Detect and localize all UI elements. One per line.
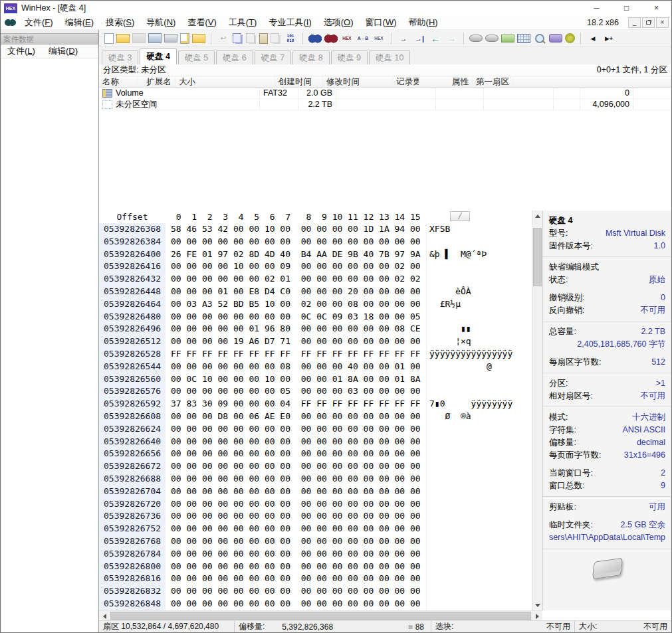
- prev-window-icon[interactable]: ◀: [586, 33, 600, 44]
- back-icon[interactable]: ←: [429, 33, 442, 44]
- hex-bytes[interactable]: 00 00 00 00 00 00 00 00 00 00 00 00 00 0…: [166, 535, 426, 548]
- hex-bytes[interactable]: 00 00 00 00 00 00 00 00 00 00 00 00 00 0…: [166, 236, 426, 248]
- clipboard-paste-icon[interactable]: [259, 33, 268, 44]
- hex-bytes[interactable]: 00 00 00 00 00 00 00 05 00 00 00 03 00 0…: [166, 385, 426, 398]
- partition-row[interactable]: Volume FAT32 2.0 GB 0: [99, 88, 671, 99]
- hex-ascii[interactable]: [426, 260, 512, 273]
- scroll-up-arrow[interactable]: [532, 211, 543, 221]
- hex-bytes[interactable]: 00 00 00 00 00 00 00 00 00 00 00 00 00 0…: [166, 436, 426, 448]
- hex-bytes[interactable]: 00 00 00 00 00 00 00 00 00 00 00 00 00 0…: [166, 448, 426, 460]
- menu-item[interactable]: 导航(N): [140, 15, 181, 30]
- case-menu-item[interactable]: 编辑(D): [42, 44, 84, 58]
- hex-ascii[interactable]: £R½µ: [426, 298, 512, 311]
- menu-item[interactable]: 专业工具(I): [263, 15, 317, 30]
- hex-ascii[interactable]: [426, 573, 512, 585]
- hex-bytes[interactable]: 00 00 00 00 00 00 00 00 00 00 00 00 00 0…: [166, 548, 426, 561]
- menu-item[interactable]: 选项(O): [318, 15, 360, 30]
- tab-disk-6[interactable]: 硬盘 6: [216, 50, 253, 64]
- vertical-scrollbar[interactable]: [532, 211, 542, 610]
- goto-again-icon[interactable]: →|: [413, 33, 426, 44]
- copy-icon[interactable]: [233, 33, 241, 43]
- case-menu-item[interactable]: 文件(L): [1, 44, 42, 58]
- mdi-close-button[interactable]: ×: [656, 17, 669, 28]
- calculator-icon[interactable]: [517, 34, 530, 43]
- find-hex-icon[interactable]: HEX: [340, 33, 354, 44]
- menu-item[interactable]: 窗口(W): [360, 15, 403, 30]
- magnifier-icon[interactable]: [533, 33, 546, 44]
- horizontal-scrollbar[interactable]: [99, 610, 542, 620]
- menu-item[interactable]: 编辑(E): [59, 15, 100, 30]
- tab-disk-3[interactable]: 硬盘 3: [102, 50, 138, 64]
- find-text-icon[interactable]: [308, 33, 322, 44]
- hex-ascii[interactable]: [426, 460, 512, 473]
- replace-hex-icon[interactable]: HEX: [372, 33, 386, 44]
- hex-bytes[interactable]: 00 00 00 00 00 00 02 01 00 00 00 00 00 0…: [166, 273, 426, 286]
- tab-disk-8[interactable]: 硬盘 8: [292, 50, 329, 64]
- scroll-down-arrow[interactable]: [532, 600, 543, 610]
- scrollbar-thumb[interactable]: [533, 228, 542, 286]
- properties-icon[interactable]: [180, 33, 189, 44]
- hex-ascii[interactable]: &þ ▌ M@´ªÞ: [426, 248, 512, 261]
- hex-bytes[interactable]: 00 00 00 00 00 00 00 00 0C 0C 09 03 18 0…: [166, 311, 426, 323]
- hex-bytes[interactable]: 00 00 00 00 00 00 00 00 00 00 00 00 00 0…: [166, 473, 426, 486]
- hex-ascii[interactable]: [426, 473, 512, 486]
- hex-ascii[interactable]: [426, 561, 512, 573]
- hex-ascii[interactable]: [426, 510, 512, 523]
- print-icon[interactable]: [164, 34, 177, 43]
- hex-ascii[interactable]: @: [426, 361, 512, 373]
- next-window-icon[interactable]: ▶+: [602, 33, 616, 44]
- mdi-restore-button[interactable]: [642, 17, 655, 28]
- forward-icon[interactable]: →: [445, 33, 458, 44]
- copy-block-icon[interactable]: [271, 33, 279, 43]
- hex-ascii[interactable]: [426, 273, 512, 286]
- mdi-minimize-button[interactable]: _: [628, 17, 641, 28]
- hex-bytes[interactable]: 00 00 00 00 00 00 00 00 00 00 00 00 00 0…: [166, 498, 426, 511]
- hex-bytes[interactable]: 00 00 00 00 00 00 00 00 00 00 00 00 00 0…: [166, 598, 426, 610]
- open-disk-icon[interactable]: [469, 35, 483, 42]
- data-interpreter-icon[interactable]: [549, 34, 562, 43]
- tab-disk-5[interactable]: 硬盘 5: [178, 50, 215, 64]
- open-backup-icon[interactable]: [192, 34, 205, 43]
- hex-ascii[interactable]: [426, 535, 512, 548]
- hex-bytes[interactable]: 00 00 00 00 00 00 00 00 00 00 00 00 00 0…: [166, 510, 426, 523]
- column-header[interactable]: 修改时间: [323, 76, 393, 87]
- hex-bytes[interactable]: 00 00 00 01 00 E8 D4 C0 00 00 00 20 00 0…: [166, 286, 426, 298]
- hex-bytes[interactable]: 00 00 00 00 00 00 00 00 00 00 00 00 00 0…: [166, 585, 426, 598]
- hex-ascii[interactable]: [426, 598, 512, 610]
- tab-disk-10[interactable]: 硬盘 10: [369, 50, 410, 64]
- close-button[interactable]: ×: [641, 1, 671, 15]
- maximize-button[interactable]: □: [612, 1, 641, 15]
- replace-text-icon[interactable]: A→B: [356, 33, 370, 44]
- hex-bytes[interactable]: 00 00 00 00 00 00 00 00 00 00 00 00 00 0…: [166, 561, 426, 573]
- hex-ascii[interactable]: èÔÀ: [426, 286, 512, 298]
- partition-row[interactable]: 未分区空间 2.2 TB 4,096,000: [99, 99, 671, 110]
- binary-conversion-icon[interactable]: 101: [284, 33, 297, 44]
- hex-ascii[interactable]: [426, 498, 512, 511]
- hex-ascii[interactable]: XFSB: [426, 223, 512, 236]
- hex-bytes[interactable]: 00 00 00 00 00 00 00 08 00 00 00 40 00 0…: [166, 361, 426, 373]
- child-window-icon[interactable]: [5, 19, 16, 26]
- hex-ascii[interactable]: ¦×q: [426, 335, 512, 348]
- hex-ascii[interactable]: [426, 436, 512, 448]
- save-as-icon[interactable]: [148, 33, 162, 43]
- ram-icon[interactable]: [501, 35, 514, 43]
- hscrollbar-thumb[interactable]: [110, 612, 531, 620]
- scroll-right-arrow[interactable]: [532, 611, 542, 621]
- tab-disk-4[interactable]: 硬盘 4: [140, 48, 176, 64]
- hex-ascii[interactable]: [426, 236, 512, 248]
- hex-bytes[interactable]: 00 03 A3 52 BD B5 10 00 02 00 00 08 00 0…: [166, 298, 426, 311]
- hex-ascii[interactable]: Ø ®à: [426, 410, 512, 423]
- hex-bytes[interactable]: 26 FE 01 97 02 8D 4D 40 B4 AA DE 9B 40 7…: [166, 248, 426, 261]
- hex-ascii[interactable]: [426, 448, 512, 460]
- hex-ascii[interactable]: [426, 311, 512, 323]
- hex-ascii[interactable]: [426, 423, 512, 436]
- hex-bytes[interactable]: 37 83 30 09 00 00 00 04 FF FF FF FF FF F…: [166, 398, 426, 410]
- open-folder-icon[interactable]: [116, 34, 130, 43]
- menu-item[interactable]: 查看(V): [181, 15, 222, 30]
- column-header[interactable]: 第一扇区: [473, 76, 513, 87]
- column-header[interactable]: 大小: [175, 76, 275, 87]
- column-header[interactable]: 记录更新时间: [393, 76, 419, 87]
- minimize-button[interactable]: ─: [582, 1, 612, 15]
- hex-bytes[interactable]: 00 0C 10 00 00 00 10 00 00 00 01 8A 00 0…: [166, 373, 426, 386]
- column-header[interactable]: 创建时间: [275, 76, 323, 87]
